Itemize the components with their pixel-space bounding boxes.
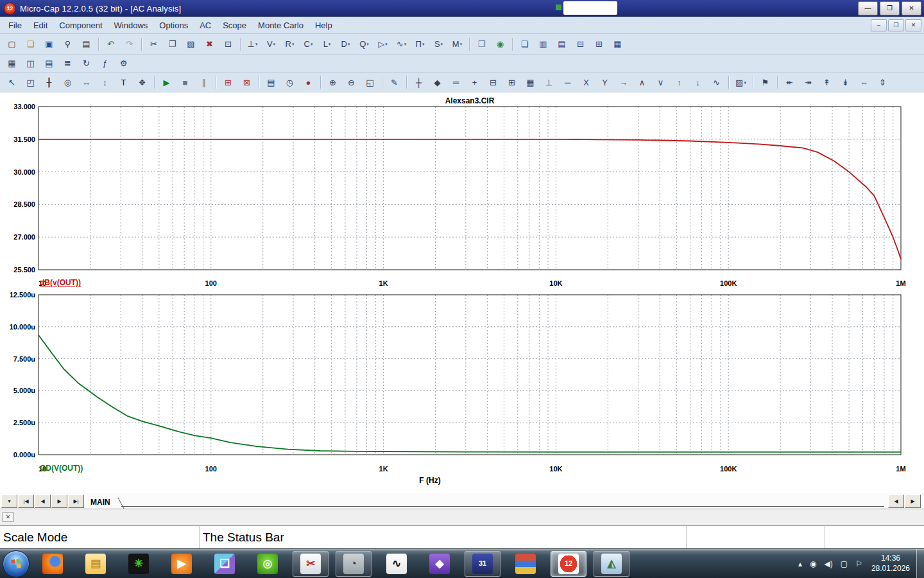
copy-button[interactable]: ❐ xyxy=(164,37,181,52)
taskbar-item-green-orb-app[interactable]: ◎ xyxy=(250,551,286,577)
last-page-button[interactable]: ▶| xyxy=(68,495,84,508)
switch-component-dropdown-icon[interactable]: ▾ xyxy=(441,42,443,46)
peak-button[interactable]: ∧ xyxy=(633,74,651,90)
action-center-flag-icon[interactable]: ⚐ xyxy=(855,560,862,568)
browser-panel-button[interactable]: ◫ xyxy=(22,56,39,71)
point-tag-mode-button[interactable]: ◎ xyxy=(59,74,76,90)
taskbar-item-firefox[interactable] xyxy=(35,551,71,577)
scale-mode-button[interactable]: ◰ xyxy=(22,74,39,90)
diode-component-button[interactable]: D▾ xyxy=(337,37,354,52)
tray-app-icon[interactable]: ◉ xyxy=(810,560,816,568)
properties-button[interactable]: ❖ xyxy=(133,74,151,90)
align-center-vertical-button[interactable]: ⇕ xyxy=(874,74,891,90)
menu-item-ac[interactable]: AC xyxy=(194,18,217,33)
breakpoints-button[interactable]: ● xyxy=(300,74,317,90)
run-button[interactable]: ▶ xyxy=(158,74,175,90)
horizontal-tag-mode-button[interactable]: ↔ xyxy=(78,74,95,90)
numeric-grid-button[interactable]: ▦ xyxy=(609,37,626,52)
edit-text-button[interactable]: ✎ xyxy=(386,74,403,90)
high-button[interactable]: ↑ xyxy=(671,74,688,90)
menu-item-monte-carlo[interactable]: Monte Carlo xyxy=(252,18,309,33)
diode-component-dropdown-icon[interactable]: ▾ xyxy=(348,42,350,46)
macro-component-button[interactable]: M▾ xyxy=(449,37,466,52)
align-right-button[interactable]: ↠ xyxy=(800,74,817,90)
menu-item-help[interactable]: Help xyxy=(309,18,338,33)
menu-item-windows[interactable]: Windows xyxy=(108,18,154,33)
go-to-x-button[interactable]: X xyxy=(578,74,595,90)
minor-log-grids-button[interactable]: ▦ xyxy=(522,74,539,90)
taskbar-item-gauge-app[interactable]: ◔ xyxy=(336,551,372,577)
opamp-component-dropdown-icon[interactable]: ▾ xyxy=(385,42,388,46)
low-button[interactable]: ↓ xyxy=(689,74,706,90)
capacitor-component-button[interactable]: C▾ xyxy=(300,37,317,52)
data-points-button[interactable]: ┼ xyxy=(410,74,427,90)
opamp-component-button[interactable]: ▷▾ xyxy=(374,37,391,52)
autoscale-button[interactable]: ◱ xyxy=(361,74,379,90)
clear-button[interactable]: ✖ xyxy=(201,37,218,52)
restore-button[interactable]: ❐ xyxy=(880,1,900,15)
taskbar-item-media-player[interactable]: ▶ xyxy=(164,551,200,577)
previous-page-button[interactable]: ◀ xyxy=(35,495,51,508)
tile-horizontal-button[interactable]: ▤ xyxy=(553,37,570,52)
menu-item-component[interactable]: Component xyxy=(53,18,108,33)
pulse-source-component-dropdown-icon[interactable]: ▾ xyxy=(422,42,425,46)
save-file-button[interactable]: ▣ xyxy=(40,37,58,52)
add-analysis-limits-button[interactable]: ⊞ xyxy=(219,74,237,90)
taskbar-item-windows-explorer[interactable]: ▤ xyxy=(78,551,114,577)
vertical-axis-grids-button[interactable]: ⊞ xyxy=(503,74,520,90)
cursor-mode-button[interactable]: ╂ xyxy=(40,74,58,90)
taskbar-item-spider-player[interactable]: ✳ xyxy=(121,551,157,577)
file-tabs-button[interactable]: ▤ xyxy=(40,56,58,71)
transistor-component-button[interactable]: Q▾ xyxy=(355,37,373,52)
cascade-windows-button[interactable]: ❏ xyxy=(516,37,533,52)
vertical-tag-mode-button[interactable]: ↕ xyxy=(96,74,114,90)
taskbar-clock[interactable]: 14:36 28.01.2026 xyxy=(871,554,910,574)
watch-window-button[interactable]: ◷ xyxy=(281,74,298,90)
preferences-button[interactable]: ⚙ xyxy=(115,56,132,71)
menu-item-options[interactable]: Options xyxy=(153,18,194,33)
tab-scroll-left-button[interactable]: ◀ xyxy=(888,495,904,508)
taskbar-item-winrar[interactable] xyxy=(508,551,543,577)
close-button[interactable]: ✕ xyxy=(902,1,921,15)
info-window-button[interactable]: ❒ xyxy=(473,37,490,52)
first-page-button[interactable]: |◀ xyxy=(18,495,34,508)
align-top-button[interactable]: ↟ xyxy=(818,74,835,90)
sine-source-component-button[interactable]: ∿▾ xyxy=(393,37,410,52)
taskbar-item-notes-app[interactable]: ❏ xyxy=(207,551,243,577)
text-mode-button[interactable]: T xyxy=(115,74,132,90)
resistor-component-dropdown-icon[interactable]: ▾ xyxy=(292,42,295,46)
stop-button[interactable]: ■ xyxy=(176,74,194,90)
baseline-button[interactable]: ⊥ xyxy=(540,74,558,90)
align-left-button[interactable]: ↞ xyxy=(781,74,798,90)
paste-button[interactable]: ▨ xyxy=(182,37,200,52)
taskbar-item-waveform-app[interactable]: ∿ xyxy=(379,551,415,577)
redraw-button[interactable]: ↻ xyxy=(78,56,95,71)
undo-button[interactable]: ↶ xyxy=(102,37,119,52)
switch-component-button[interactable]: S▾ xyxy=(430,37,447,52)
sine-source-component-dropdown-icon[interactable]: ▾ xyxy=(404,42,407,46)
resistor-component-button[interactable]: R▾ xyxy=(281,37,298,52)
tab-main[interactable]: MAIN xyxy=(88,494,121,509)
zoom-in-button[interactable]: ⊕ xyxy=(324,74,341,90)
align-bottom-button[interactable]: ↡ xyxy=(837,74,854,90)
new-file-button[interactable]: ▢ xyxy=(3,37,21,52)
waveform-legend[interactable]: dB(v(OUT)) xyxy=(40,278,81,287)
GD(V(OUT))-curve[interactable] xyxy=(38,335,901,452)
split-vertical-button[interactable]: ⊞ xyxy=(590,37,608,52)
cut-button[interactable]: ✂ xyxy=(145,37,162,52)
split-horizontal-button[interactable]: ⊟ xyxy=(572,37,589,52)
transistor-component-dropdown-icon[interactable]: ▾ xyxy=(366,42,369,46)
next-data-point-button[interactable]: → xyxy=(615,74,632,90)
taskbar-item-micro-cap-12[interactable]: 12 xyxy=(551,551,586,577)
plus-marks-button[interactable]: + xyxy=(466,74,483,90)
open-file-button[interactable]: ❏ xyxy=(22,37,39,52)
volume-icon[interactable]: ◀) xyxy=(825,560,833,568)
start-button[interactable] xyxy=(3,550,30,577)
taskbar-item-purple-app[interactable]: ◆ xyxy=(422,551,458,577)
minimize-button[interactable]: — xyxy=(858,1,878,15)
align-center-horizontal-button[interactable]: ⇔ xyxy=(855,74,873,90)
select-all-button[interactable]: ⊡ xyxy=(219,37,237,52)
function-plot-button[interactable]: ƒ xyxy=(96,56,114,71)
print-button[interactable]: ▤ xyxy=(78,37,95,52)
battery-component-button[interactable]: V▾ xyxy=(262,37,280,52)
